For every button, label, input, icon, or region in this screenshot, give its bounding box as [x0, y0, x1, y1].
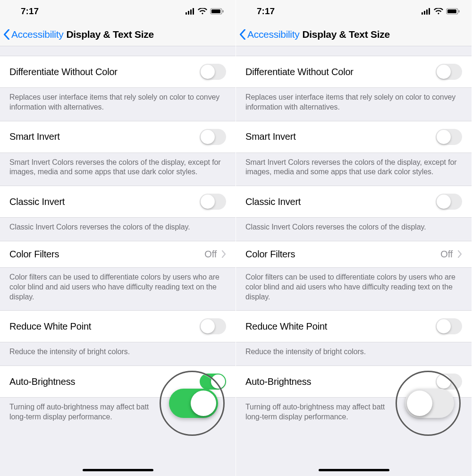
color-filters-value: Off — [440, 249, 453, 260]
page-title: Display & Text Size — [302, 29, 389, 40]
row-label: Reduce White Point — [245, 321, 327, 332]
back-label: Accessibility — [11, 29, 63, 40]
svg-rect-10 — [429, 8, 430, 15]
svg-rect-9 — [426, 9, 428, 15]
wifi-icon — [198, 8, 207, 15]
row-classic-invert[interactable]: Classic Invert — [236, 186, 472, 218]
svg-rect-2 — [190, 9, 192, 15]
status-time: 7:17 — [21, 6, 39, 17]
back-button[interactable]: Accessibility — [3, 29, 63, 40]
svg-rect-6 — [223, 10, 224, 13]
home-indicator — [319, 469, 389, 471]
back-label: Accessibility — [247, 29, 299, 40]
cellular-icon — [185, 8, 195, 15]
row-label: Classic Invert — [245, 196, 301, 207]
row-color-filters[interactable]: Color Filters Off — [236, 241, 472, 268]
status-bar: 7:17 — [236, 0, 472, 23]
footer-classic-invert: Classic Invert Colors reverses the color… — [236, 218, 472, 241]
chevron-left-icon — [3, 29, 10, 40]
svg-rect-1 — [188, 11, 189, 15]
row-label: Auto-Brightness — [245, 376, 311, 387]
highlight-toggle-off — [405, 389, 454, 418]
page-title: Display & Text Size — [66, 29, 153, 40]
svg-rect-7 — [421, 12, 423, 15]
cellular-icon — [421, 8, 431, 15]
row-label: Differentiate Without Color — [245, 67, 354, 77]
svg-rect-0 — [185, 12, 187, 15]
footer-differentiate: Replaces user interface items that rely … — [0, 88, 236, 121]
status-time: 7:17 — [257, 6, 275, 17]
toggle-auto-brightness[interactable] — [436, 374, 462, 390]
footer-color-filters: Color filters can be used to differentia… — [236, 268, 472, 310]
row-reduce-white-point[interactable]: Reduce White Point — [236, 310, 472, 342]
row-label: Color Filters — [9, 249, 59, 260]
row-classic-invert[interactable]: Classic Invert — [0, 186, 236, 218]
nav-bar: Accessibility Display & Text Size — [0, 23, 236, 46]
row-smart-invert[interactable]: Smart Invert — [236, 121, 472, 153]
row-label: Differentiate Without Color — [9, 67, 118, 77]
toggle-smart-invert[interactable] — [436, 129, 462, 145]
svg-rect-3 — [193, 8, 194, 15]
row-color-filters[interactable]: Color Filters Off — [0, 241, 236, 268]
row-smart-invert[interactable]: Smart Invert — [0, 121, 236, 153]
highlight-toggle-on — [169, 389, 218, 418]
svg-rect-12 — [447, 9, 456, 13]
svg-rect-8 — [424, 11, 425, 15]
svg-rect-13 — [459, 10, 460, 13]
row-label: Smart Invert — [9, 131, 60, 142]
chevron-right-icon — [457, 250, 462, 258]
toggle-reduce-white-point[interactable] — [436, 318, 462, 334]
toggle-differentiate[interactable] — [436, 64, 462, 80]
row-label: Color Filters — [245, 249, 295, 260]
status-icons — [185, 8, 224, 15]
footer-color-filters: Color filters can be used to differentia… — [0, 268, 236, 310]
home-indicator — [83, 469, 153, 471]
toggle-classic-invert[interactable] — [436, 194, 462, 210]
footer-differentiate: Replaces user interface items that rely … — [236, 88, 472, 121]
chevron-right-icon — [221, 250, 226, 258]
toggle-auto-brightness[interactable] — [200, 374, 226, 390]
footer-reduce-white-point: Reduce the intensity of bright colors. — [236, 342, 472, 366]
battery-icon — [446, 8, 460, 15]
chevron-left-icon — [239, 29, 246, 40]
row-label: Smart Invert — [245, 131, 296, 142]
footer-smart-invert: Smart Invert Colors reverses the colors … — [0, 153, 236, 186]
status-icons — [421, 8, 460, 15]
toggle-smart-invert[interactable] — [200, 129, 226, 145]
toggle-differentiate[interactable] — [200, 64, 226, 80]
row-differentiate[interactable]: Differentiate Without Color — [0, 56, 236, 88]
row-label: Reduce White Point — [9, 321, 91, 332]
row-differentiate[interactable]: Differentiate Without Color — [236, 56, 472, 88]
footer-smart-invert: Smart Invert Colors reverses the colors … — [236, 153, 472, 186]
status-bar: 7:17 — [0, 0, 236, 23]
phone-screen-1: 7:17 Accessibility Display & Text Size D… — [0, 0, 236, 476]
footer-reduce-white-point: Reduce the intensity of bright colors. — [0, 342, 236, 366]
wifi-icon — [434, 8, 443, 15]
toggle-reduce-white-point[interactable] — [200, 318, 226, 334]
color-filters-value: Off — [204, 249, 217, 260]
svg-rect-5 — [211, 9, 220, 13]
toggle-classic-invert[interactable] — [200, 194, 226, 210]
battery-icon — [210, 8, 224, 15]
row-label: Classic Invert — [9, 196, 65, 207]
row-label: Auto-Brightness — [9, 376, 75, 387]
row-reduce-white-point[interactable]: Reduce White Point — [0, 310, 236, 342]
back-button[interactable]: Accessibility — [239, 29, 299, 40]
footer-classic-invert: Classic Invert Colors reverses the color… — [0, 218, 236, 241]
nav-bar: Accessibility Display & Text Size — [236, 23, 472, 46]
phone-screen-2: 7:17 Accessibility Display & Text Size D… — [236, 0, 472, 476]
